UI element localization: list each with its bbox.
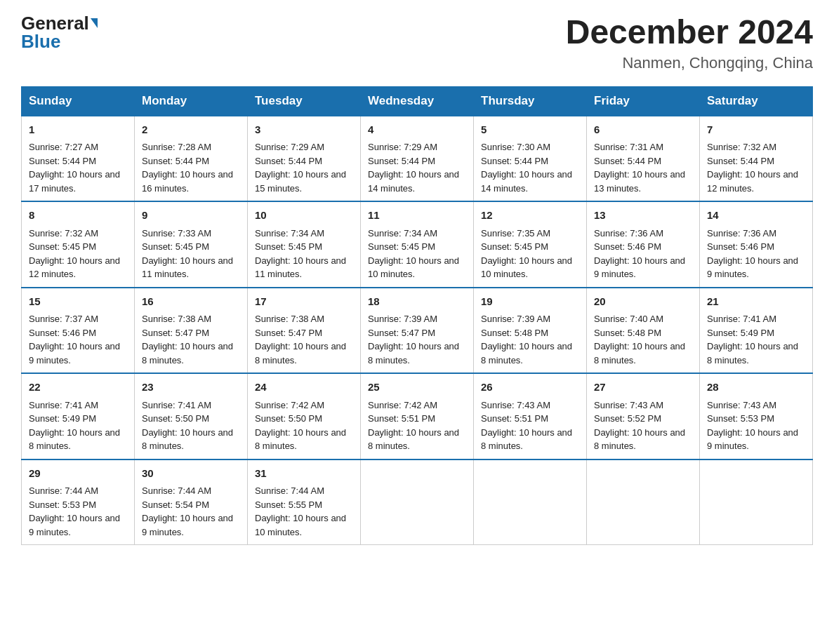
sunrise-text: Sunrise: 7:44 AM [255, 485, 324, 496]
sunrise-text: Sunrise: 7:44 AM [142, 485, 211, 496]
sunset-text: Sunset: 5:45 PM [368, 241, 435, 252]
day-cell-20: 20Sunrise: 7:40 AMSunset: 5:48 PMDayligh… [587, 288, 700, 374]
sunset-text: Sunset: 5:48 PM [481, 328, 548, 338]
column-header-saturday: Saturday [700, 86, 813, 116]
logo-blue-text: Blue [21, 32, 60, 51]
day-cell-7: 7Sunrise: 7:32 AMSunset: 5:44 PMDaylight… [700, 116, 813, 202]
daylight-text: Daylight: 10 hours and 14 minutes. [368, 169, 459, 194]
day-number: 14 [707, 208, 805, 224]
day-cell-13: 13Sunrise: 7:36 AMSunset: 5:46 PMDayligh… [587, 201, 700, 288]
empty-cell [700, 459, 813, 545]
sunrise-text: Sunrise: 7:41 AM [29, 400, 98, 410]
sunset-text: Sunset: 5:54 PM [142, 499, 209, 510]
sunrise-text: Sunrise: 7:33 AM [142, 228, 211, 239]
day-number: 10 [255, 208, 353, 224]
day-number: 22 [29, 380, 127, 396]
logo-general-text: General [21, 14, 89, 32]
daylight-text: Daylight: 10 hours and 17 minutes. [29, 169, 120, 194]
sunset-text: Sunset: 5:45 PM [142, 241, 209, 252]
day-cell-25: 25Sunrise: 7:42 AMSunset: 5:51 PMDayligh… [361, 373, 474, 459]
sunrise-text: Sunrise: 7:36 AM [594, 228, 663, 239]
sunset-text: Sunset: 5:47 PM [142, 328, 209, 338]
sunset-text: Sunset: 5:47 PM [368, 328, 435, 338]
sunset-text: Sunset: 5:45 PM [481, 241, 548, 252]
daylight-text: Daylight: 10 hours and 9 minutes. [707, 427, 798, 452]
daylight-text: Daylight: 10 hours and 15 minutes. [255, 169, 346, 194]
day-cell-31: 31Sunrise: 7:44 AMSunset: 5:55 PMDayligh… [248, 459, 361, 545]
column-header-thursday: Thursday [474, 86, 587, 116]
day-number: 27 [594, 380, 692, 396]
calendar-table: SundayMondayTuesdayWednesdayThursdayFrid… [21, 86, 813, 546]
day-cell-24: 24Sunrise: 7:42 AMSunset: 5:50 PMDayligh… [248, 373, 361, 459]
calendar-header-row: SundayMondayTuesdayWednesdayThursdayFrid… [22, 86, 813, 116]
daylight-text: Daylight: 10 hours and 9 minutes. [29, 513, 120, 537]
page-header: General Blue December 2024 Nanmen, Chong… [21, 14, 813, 72]
column-header-friday: Friday [587, 86, 700, 116]
daylight-text: Daylight: 10 hours and 10 minutes. [368, 255, 459, 280]
day-number: 31 [255, 466, 353, 482]
day-number: 7 [707, 122, 805, 138]
daylight-text: Daylight: 10 hours and 8 minutes. [142, 341, 233, 365]
daylight-text: Daylight: 10 hours and 9 minutes. [594, 255, 685, 280]
daylight-text: Daylight: 10 hours and 8 minutes. [255, 341, 346, 365]
daylight-text: Daylight: 10 hours and 8 minutes. [368, 427, 459, 452]
day-number: 1 [29, 122, 127, 138]
day-number: 29 [29, 466, 127, 482]
sunrise-text: Sunrise: 7:40 AM [594, 314, 663, 324]
week-row-1: 1Sunrise: 7:27 AMSunset: 5:44 PMDaylight… [22, 116, 813, 202]
day-cell-15: 15Sunrise: 7:37 AMSunset: 5:46 PMDayligh… [22, 288, 135, 374]
sunset-text: Sunset: 5:46 PM [29, 328, 96, 338]
day-cell-22: 22Sunrise: 7:41 AMSunset: 5:49 PMDayligh… [22, 373, 135, 459]
daylight-text: Daylight: 10 hours and 8 minutes. [594, 341, 685, 365]
logo: General Blue [21, 14, 98, 51]
day-number: 19 [481, 294, 579, 310]
sunrise-text: Sunrise: 7:42 AM [368, 400, 437, 410]
day-number: 2 [142, 122, 240, 138]
daylight-text: Daylight: 10 hours and 8 minutes. [707, 341, 798, 365]
sunset-text: Sunset: 5:46 PM [707, 241, 774, 252]
sunset-text: Sunset: 5:49 PM [29, 413, 96, 424]
daylight-text: Daylight: 10 hours and 8 minutes. [142, 427, 233, 452]
day-cell-12: 12Sunrise: 7:35 AMSunset: 5:45 PMDayligh… [474, 201, 587, 288]
day-number: 20 [594, 294, 692, 310]
sunset-text: Sunset: 5:55 PM [255, 499, 322, 510]
sunset-text: Sunset: 5:44 PM [707, 156, 774, 166]
sunset-text: Sunset: 5:51 PM [368, 413, 435, 424]
sunrise-text: Sunrise: 7:28 AM [142, 142, 211, 152]
sunset-text: Sunset: 5:44 PM [29, 156, 96, 166]
day-cell-9: 9Sunrise: 7:33 AMSunset: 5:45 PMDaylight… [135, 201, 248, 288]
day-number: 28 [707, 380, 805, 396]
title-block: December 2024 Nanmen, Chongqing, China [566, 14, 813, 72]
sunrise-text: Sunrise: 7:41 AM [142, 400, 211, 410]
sunrise-text: Sunrise: 7:35 AM [481, 228, 550, 239]
sunrise-text: Sunrise: 7:32 AM [29, 228, 98, 239]
empty-cell [474, 459, 587, 545]
sunrise-text: Sunrise: 7:38 AM [142, 314, 211, 324]
day-number: 16 [142, 294, 240, 310]
day-number: 24 [255, 380, 353, 396]
day-cell-16: 16Sunrise: 7:38 AMSunset: 5:47 PMDayligh… [135, 288, 248, 374]
day-cell-18: 18Sunrise: 7:39 AMSunset: 5:47 PMDayligh… [361, 288, 474, 374]
week-row-3: 15Sunrise: 7:37 AMSunset: 5:46 PMDayligh… [22, 288, 813, 374]
sunrise-text: Sunrise: 7:31 AM [594, 142, 663, 152]
day-cell-6: 6Sunrise: 7:31 AMSunset: 5:44 PMDaylight… [587, 116, 700, 202]
sunrise-text: Sunrise: 7:29 AM [368, 142, 437, 152]
daylight-text: Daylight: 10 hours and 12 minutes. [29, 255, 120, 280]
daylight-text: Daylight: 10 hours and 8 minutes. [368, 341, 459, 365]
daylight-text: Daylight: 10 hours and 8 minutes. [481, 427, 572, 452]
sunrise-text: Sunrise: 7:37 AM [29, 314, 98, 324]
daylight-text: Daylight: 10 hours and 8 minutes. [255, 427, 346, 452]
day-number: 3 [255, 122, 353, 138]
day-number: 26 [481, 380, 579, 396]
day-cell-10: 10Sunrise: 7:34 AMSunset: 5:45 PMDayligh… [248, 201, 361, 288]
daylight-text: Daylight: 10 hours and 9 minutes. [707, 255, 798, 280]
column-header-tuesday: Tuesday [248, 86, 361, 116]
sunrise-text: Sunrise: 7:32 AM [707, 142, 776, 152]
location-subtitle: Nanmen, Chongqing, China [566, 54, 813, 72]
sunrise-text: Sunrise: 7:42 AM [255, 400, 324, 410]
day-cell-27: 27Sunrise: 7:43 AMSunset: 5:52 PMDayligh… [587, 373, 700, 459]
day-cell-21: 21Sunrise: 7:41 AMSunset: 5:49 PMDayligh… [700, 288, 813, 374]
week-row-2: 8Sunrise: 7:32 AMSunset: 5:45 PMDaylight… [22, 201, 813, 288]
daylight-text: Daylight: 10 hours and 11 minutes. [255, 255, 346, 280]
sunset-text: Sunset: 5:53 PM [707, 413, 774, 424]
